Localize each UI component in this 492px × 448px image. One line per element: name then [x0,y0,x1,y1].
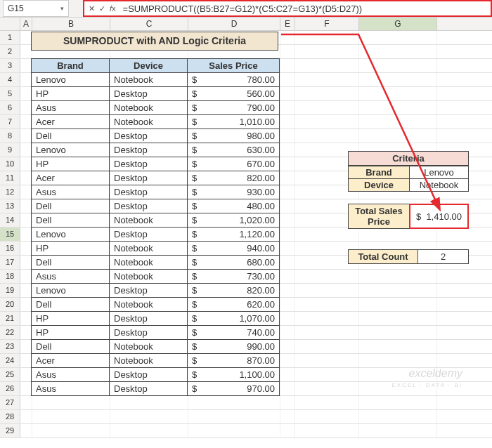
cell[interactable] [295,354,359,367]
cell-price[interactable]: $970.00 [188,382,280,396]
cell-brand[interactable]: Acer [32,354,110,368]
cell[interactable] [359,284,437,297]
cell[interactable] [280,45,295,58]
cell[interactable] [280,115,295,129]
cell[interactable] [295,312,359,325]
row-header[interactable]: 2 [0,45,20,58]
col-header-D[interactable]: D [188,18,280,30]
cell-device[interactable]: Notebook [110,270,188,284]
cell[interactable] [188,424,280,437]
cell[interactable] [280,171,295,185]
cell[interactable] [280,31,295,44]
cell-price[interactable]: $820.00 [188,171,280,185]
cell-price[interactable]: $740.00 [188,326,280,340]
cell[interactable] [359,115,437,129]
cell-brand[interactable]: Dell [32,199,110,213]
row-header[interactable]: 1 [0,31,20,44]
cell[interactable] [280,270,295,283]
cell-price[interactable]: $1,020.00 [188,213,280,228]
cell-device[interactable]: Notebook [110,73,188,87]
cell-device[interactable]: Desktop [110,157,188,171]
cell-brand[interactable]: Acer [32,115,110,129]
cell-brand[interactable]: HP [32,312,110,326]
cell-device[interactable]: Notebook [110,340,188,354]
col-header-E[interactable]: E [280,18,295,30]
cell-device[interactable]: Desktop [110,129,188,143]
cell[interactable] [359,59,437,72]
cell[interactable] [280,256,295,269]
cell[interactable] [188,410,280,423]
cell-price[interactable]: $560.00 [188,87,280,101]
cell-device[interactable]: Desktop [110,199,188,213]
cell-brand[interactable]: Asus [32,382,110,396]
cell[interactable] [20,424,32,437]
cell-brand[interactable]: Dell [32,298,110,312]
cell[interactable] [359,298,437,311]
col-header-B[interactable]: B [32,18,110,30]
cell[interactable] [280,382,295,395]
cell-brand[interactable]: Asus [32,270,110,284]
row-header[interactable]: 7 [0,115,20,129]
cell[interactable] [359,270,437,283]
row-header[interactable]: 21 [0,312,20,325]
col-header-F[interactable]: F [295,18,359,30]
cell[interactable] [20,396,32,409]
row-header[interactable]: 20 [0,298,20,311]
cell[interactable] [295,410,359,423]
cell[interactable] [295,368,359,381]
cell-device[interactable]: Desktop [110,368,188,382]
cell[interactable] [110,410,188,423]
cell[interactable] [280,73,295,86]
cell-price[interactable]: $870.00 [188,354,280,368]
cell[interactable] [280,242,295,255]
cell[interactable] [295,73,359,86]
cell-price[interactable]: $480.00 [188,199,280,213]
cell[interactable] [295,396,359,409]
row-header[interactable]: 9 [0,143,20,157]
cell[interactable] [295,31,359,44]
th-brand[interactable]: Brand [32,59,110,73]
cell[interactable] [280,424,295,437]
cell[interactable] [295,382,359,395]
cell[interactable] [359,312,437,325]
row-header[interactable]: 4 [0,73,20,86]
cell-device[interactable]: Desktop [110,382,188,396]
row-header[interactable]: 17 [0,256,20,269]
row-header[interactable]: 28 [0,410,20,423]
cell[interactable] [188,396,280,409]
cell[interactable] [359,228,437,241]
cell-price[interactable]: $930.00 [188,185,280,199]
row-header[interactable]: 6 [0,101,20,114]
cell[interactable] [295,284,359,297]
cell[interactable] [359,410,437,423]
row-header[interactable]: 22 [0,326,20,339]
cell[interactable] [280,326,295,339]
name-box[interactable]: G15 ▾ [3,0,69,17]
cell[interactable] [295,270,359,283]
select-all-corner[interactable] [0,18,20,30]
cell-device[interactable]: Desktop [110,326,188,340]
cell[interactable] [359,45,437,58]
cell-device[interactable]: Notebook [110,354,188,368]
cell[interactable] [295,115,359,129]
cell-device[interactable]: Desktop [110,312,188,326]
cell[interactable] [280,228,295,241]
chevron-down-icon[interactable]: ▾ [60,5,64,12]
cell[interactable] [110,396,188,409]
cell[interactable] [32,410,110,423]
cell[interactable] [280,87,295,100]
accept-icon[interactable]: ✓ [99,4,105,13]
criteria-brand-value[interactable]: Lenovo [410,166,468,178]
cell-price[interactable]: $620.00 [188,298,280,312]
cell-brand[interactable]: Asus [32,368,110,382]
row-header[interactable]: 24 [0,354,20,367]
cell-brand[interactable]: HP [32,326,110,340]
cell[interactable] [280,157,295,171]
cell[interactable] [295,424,359,437]
cell-device[interactable]: Notebook [110,242,188,256]
row-header[interactable]: 3 [0,59,20,72]
cell-device[interactable]: Desktop [110,228,188,242]
row-header[interactable]: 23 [0,340,20,353]
cell[interactable] [280,354,295,367]
cell-price[interactable]: $1,120.00 [188,228,280,242]
